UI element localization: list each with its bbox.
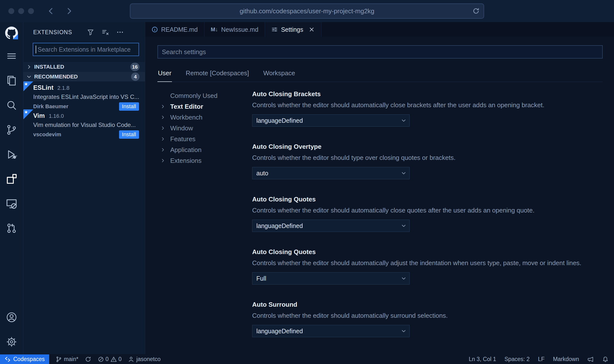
pull-request-button[interactable] bbox=[0, 216, 23, 241]
dropdown-value: languageDefined bbox=[256, 222, 303, 229]
extensions-search-input[interactable] bbox=[36, 46, 138, 53]
source-control-button[interactable] bbox=[0, 118, 23, 142]
tab-bar: README.md M↓ NewIssue.md Settings bbox=[145, 22, 614, 37]
tab-readme[interactable]: README.md bbox=[145, 22, 204, 37]
window-dot[interactable] bbox=[8, 8, 14, 14]
section-recommended[interactable]: RECOMMENDED 4 bbox=[23, 72, 145, 81]
indentation-indicator[interactable]: Spaces: 2 bbox=[505, 356, 530, 363]
toc-window[interactable]: Window bbox=[157, 123, 252, 134]
pull-request-icon bbox=[6, 223, 17, 234]
chevron-down-icon bbox=[401, 223, 406, 228]
browser-forward-button[interactable] bbox=[65, 7, 73, 15]
toc-commonly-used[interactable]: Commonly Used bbox=[157, 90, 252, 101]
setting-dropdown[interactable]: Full bbox=[252, 272, 410, 285]
codespaces-remote-button[interactable]: Codespaces bbox=[0, 354, 49, 364]
sync-icon bbox=[85, 356, 91, 363]
browser-back-button[interactable] bbox=[47, 7, 55, 15]
account-button[interactable] bbox=[0, 305, 23, 330]
extension-author: Dirk Baeumer bbox=[33, 103, 68, 110]
settings-gear-icon bbox=[6, 336, 17, 347]
settings-gear-button[interactable] bbox=[0, 330, 23, 354]
setting-auto-closing-quotes: Auto Closing Quotes Controls whether the… bbox=[252, 196, 603, 232]
setting-description: Controls whether the editor should autom… bbox=[252, 259, 603, 267]
error-icon bbox=[98, 356, 104, 363]
settings-list: Auto Closing Brackets Controls whether t… bbox=[252, 90, 603, 354]
toc-label: Workbench bbox=[170, 114, 202, 121]
extensions-button[interactable] bbox=[0, 167, 23, 191]
tab-label: README.md bbox=[161, 26, 198, 33]
user-name: jasonetco bbox=[136, 356, 160, 363]
setting-title: Auto Surround bbox=[252, 301, 603, 308]
scope-tab-user[interactable]: User bbox=[157, 66, 172, 82]
sync-indicator[interactable] bbox=[85, 356, 91, 363]
extension-version: 1.16.0 bbox=[49, 113, 64, 119]
explorer-button[interactable] bbox=[0, 68, 23, 93]
tab-settings[interactable]: Settings bbox=[265, 22, 321, 37]
scope-tab-workspace[interactable]: Workspace bbox=[263, 66, 296, 82]
dropdown-value: languageDefined bbox=[256, 328, 303, 335]
setting-dropdown[interactable]: languageDefined bbox=[252, 325, 410, 337]
github-mark-icon bbox=[5, 27, 18, 39]
recommended-count-badge: 4 bbox=[131, 73, 139, 81]
toc-label: Window bbox=[170, 124, 193, 132]
notifications-button[interactable] bbox=[602, 356, 609, 363]
window-dot[interactable] bbox=[28, 8, 34, 14]
remote-explorer-button[interactable] bbox=[0, 191, 23, 216]
extension-item-vim[interactable]: Vim 1.16.0 Vim emulation for Visual Stud… bbox=[23, 109, 145, 137]
markdown-icon: M↓ bbox=[211, 26, 218, 33]
toc-extensions[interactable]: Extensions bbox=[157, 155, 252, 166]
problems-indicator[interactable]: 0 0 bbox=[98, 356, 122, 363]
menu-button[interactable] bbox=[0, 44, 23, 68]
more-actions-button[interactable] bbox=[116, 29, 124, 36]
clear-list-icon bbox=[102, 29, 109, 36]
browser-chrome: github.com/codespaces/user-my-project-mg… bbox=[0, 0, 614, 22]
window-controls bbox=[8, 8, 34, 14]
language-mode[interactable]: Markdown bbox=[553, 356, 579, 363]
clear-search-button[interactable] bbox=[102, 29, 109, 36]
scope-tab-remote[interactable]: Remote [Codespaces] bbox=[185, 66, 249, 82]
remote-icon bbox=[4, 356, 11, 363]
settings-editor: User Remote [Codespaces] Workspace Commo… bbox=[145, 37, 614, 354]
toc-label: Commonly Used bbox=[170, 92, 217, 100]
explorer-icon bbox=[6, 75, 17, 86]
tab-newissue[interactable]: M↓ NewIssue.md bbox=[204, 22, 265, 37]
section-installed[interactable]: INSTALLED 16 bbox=[23, 62, 145, 72]
cursor-position[interactable]: Ln 3, Col 1 bbox=[469, 356, 496, 363]
info-icon bbox=[152, 26, 158, 33]
extensions-search-box bbox=[33, 43, 139, 56]
branch-indicator[interactable]: main* bbox=[56, 356, 78, 363]
account-icon bbox=[6, 312, 17, 323]
search-button[interactable] bbox=[0, 93, 23, 118]
extension-item-eslint[interactable]: ESLint 2.1.8 Integrates ESLint JavaScrip… bbox=[23, 81, 145, 109]
window-dot[interactable] bbox=[18, 8, 24, 14]
codespaces-label: Codespaces bbox=[13, 356, 45, 363]
close-tab-button[interactable] bbox=[308, 26, 315, 33]
toc-label: Features bbox=[170, 135, 196, 143]
eol-indicator[interactable]: LF bbox=[538, 356, 545, 363]
toc-application[interactable]: Application bbox=[157, 144, 252, 155]
toc-workbench[interactable]: Workbench bbox=[157, 112, 252, 123]
run-debug-button[interactable] bbox=[0, 142, 23, 167]
install-button[interactable]: Install bbox=[119, 130, 139, 139]
setting-auto-surround: Auto Surround Controls whether the edito… bbox=[252, 301, 603, 337]
user-indicator[interactable]: jasonetco bbox=[128, 356, 160, 363]
github-logo bbox=[0, 22, 23, 44]
setting-dropdown[interactable]: languageDefined bbox=[252, 114, 410, 127]
settings-tab-icon bbox=[271, 26, 278, 33]
extension-name: Vim bbox=[33, 112, 45, 120]
url-bar[interactable]: github.com/codespaces/user-my-project-mg… bbox=[130, 3, 484, 19]
setting-title: Auto Closing Quotes bbox=[252, 248, 603, 256]
refresh-button[interactable] bbox=[472, 7, 480, 15]
toc-text-editor[interactable]: Text Editor bbox=[157, 101, 252, 112]
source-control-icon bbox=[6, 124, 17, 135]
extension-name: ESLint bbox=[33, 84, 53, 91]
setting-dropdown[interactable]: auto bbox=[252, 167, 410, 179]
chevron-down-icon bbox=[401, 118, 406, 123]
filter-button[interactable] bbox=[87, 29, 94, 36]
setting-dropdown[interactable]: languageDefined bbox=[252, 220, 410, 232]
settings-search-input[interactable] bbox=[157, 45, 603, 59]
feedback-button[interactable] bbox=[587, 356, 594, 363]
chevron-right-icon bbox=[160, 115, 165, 120]
toc-features[interactable]: Features bbox=[157, 134, 252, 144]
settings-scope-tabs: User Remote [Codespaces] Workspace bbox=[157, 66, 603, 82]
